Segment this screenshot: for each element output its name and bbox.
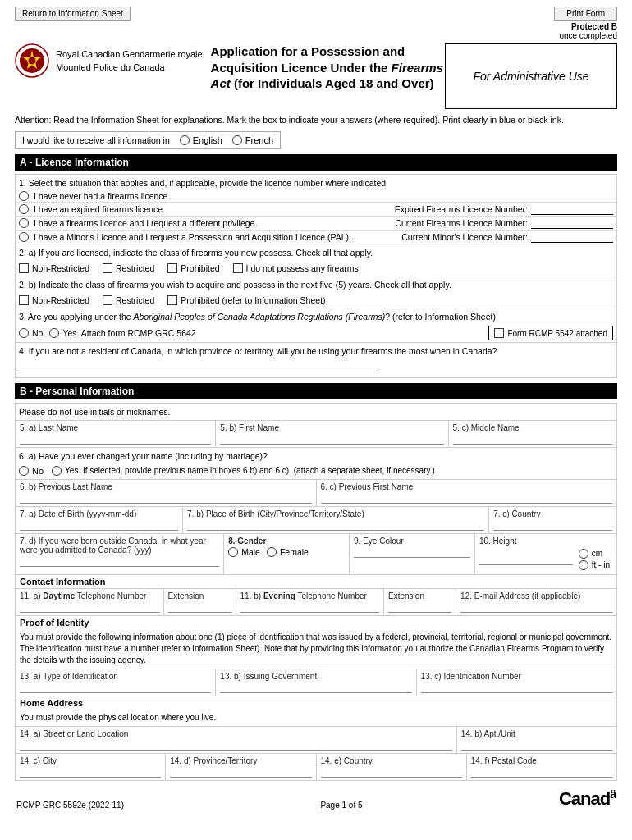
q9-input[interactable] [354, 546, 470, 558]
q14a-input[interactable] [20, 739, 452, 751]
q7d-input[interactable] [20, 555, 219, 567]
q2a-no-firearms[interactable]: I do not possess any firearms [233, 263, 359, 273]
q2b-restricted[interactable]: Restricted [103, 295, 154, 305]
current-label: Current Firearms Licence Number: [395, 218, 528, 228]
main-title: Application for a Possession and Acquisi… [211, 43, 445, 92]
q6-radio-yes[interactable] [52, 466, 62, 476]
q6b-input[interactable] [20, 492, 312, 504]
q11b-ext-input[interactable] [388, 601, 451, 613]
header-row: Royal Canadian Gendarmerie royale Mounte… [15, 43, 617, 109]
english-radio[interactable] [180, 135, 190, 145]
q11a-input[interactable] [20, 601, 159, 613]
q1-option1[interactable]: I have never had a firearms licence. [16, 190, 616, 202]
q3-attached-cb[interactable] [494, 328, 504, 338]
q3-yes-option[interactable]: Yes. Attach form RCMP GRC 5642 [49, 328, 195, 338]
current-input[interactable] [531, 217, 613, 229]
q2a-cb3[interactable] [167, 263, 177, 273]
q8-male[interactable]: Male [228, 547, 260, 557]
expired-label: Expired Firearms Licence Number: [395, 204, 528, 214]
q6c-cell: 6. c) Previous First Name [317, 480, 617, 506]
q7c-input[interactable] [493, 519, 612, 531]
q2a-text: 2. a) If you are licensed, indicate the … [16, 244, 616, 261]
q14b-input[interactable] [461, 739, 612, 751]
q2b-non-restricted[interactable]: Non-Restricted [19, 295, 89, 305]
expired-input[interactable] [531, 203, 613, 215]
q1-option2[interactable]: I have an expired firearms licence. Expi… [16, 202, 616, 216]
q3-text: 3. Are you applying under the Aboriginal… [16, 308, 616, 325]
q14d-input[interactable] [170, 766, 311, 778]
english-option[interactable]: English [180, 135, 222, 145]
q10-input[interactable] [479, 554, 573, 565]
q1-radio3[interactable] [19, 218, 29, 228]
q13c-input[interactable] [421, 682, 612, 693]
q1-text: 1. Select the situation that applies and… [16, 175, 616, 191]
q5a-input[interactable] [20, 433, 211, 445]
q13b-label: 13. b) Issuing Government [220, 672, 411, 681]
q1-radio1[interactable] [19, 191, 29, 201]
q14e-input[interactable] [321, 766, 462, 778]
q9-label: 9. Eye Colour [354, 536, 470, 546]
q6-no-option[interactable]: No [19, 466, 44, 476]
q1-radio4[interactable] [19, 232, 29, 242]
q10-radio-cm[interactable] [579, 549, 588, 559]
q6c-input[interactable] [321, 492, 613, 504]
q14c-input[interactable] [20, 766, 161, 778]
q8-female[interactable]: Female [267, 547, 309, 557]
print-button[interactable]: Print Form [554, 7, 617, 21]
q7b-input[interactable] [187, 519, 484, 531]
q11a-ext-label: Extension [168, 591, 231, 600]
q7c-label: 7. c) Country [493, 509, 612, 518]
section-a-header: A - Licence Information [15, 154, 617, 171]
q4-input[interactable] [19, 361, 375, 372]
q10-cell: 10. Height cm ft - in [475, 534, 616, 574]
q2b-prohibited[interactable]: Prohibited (refer to Information Sheet) [167, 295, 325, 305]
minors-input[interactable] [531, 231, 613, 243]
attention-text: Attention: Read the Information Sheet fo… [15, 114, 617, 126]
q10-cm[interactable]: cm [579, 549, 610, 559]
q11a-ext-input[interactable] [168, 601, 231, 613]
french-radio[interactable] [232, 135, 242, 145]
french-option[interactable]: French [232, 135, 273, 145]
q6-radio-no[interactable] [19, 466, 29, 476]
q10-ft-label: ft - in [592, 560, 610, 569]
q10-ft[interactable]: ft - in [579, 560, 610, 570]
q2a-non-restricted[interactable]: Non-Restricted [19, 263, 89, 273]
q1-option3[interactable]: I have a firearms licence and I request … [16, 216, 616, 230]
q8-radio-female[interactable] [267, 547, 277, 557]
q2a-label3: Prohibited [181, 263, 219, 273]
q2a-prohibited[interactable]: Prohibited [167, 263, 219, 273]
q2a-cb4[interactable] [233, 263, 243, 273]
q10-radio-ft[interactable] [579, 560, 588, 570]
q7d-q10-row: 7. d) If you were born outside Canada, i… [16, 533, 616, 574]
q13b-input[interactable] [220, 682, 411, 693]
page: Return to Information Sheet Print Form P… [0, 0, 632, 840]
q7a-input[interactable] [20, 519, 178, 531]
q11b-input[interactable] [240, 601, 380, 613]
q3-row: No Yes. Attach form RCMP GRC 5642 Form R… [16, 324, 616, 342]
q5c-input[interactable] [453, 433, 612, 445]
q12-input[interactable] [460, 601, 612, 613]
q3-radio-yes[interactable] [49, 328, 59, 338]
q2a-restricted[interactable]: Restricted [103, 263, 154, 273]
q13a-input[interactable] [20, 682, 211, 693]
q3-no-option[interactable]: No [19, 328, 43, 338]
once-completed: once completed [559, 31, 617, 40]
q2a-cb1[interactable] [19, 263, 29, 273]
q6-yes-option[interactable]: Yes. If selected, provide previous name … [52, 466, 613, 476]
q14f-input[interactable] [471, 766, 612, 778]
return-button[interactable]: Return to Information Sheet [15, 7, 131, 21]
q6b-cell: 6. b) Previous Last Name [16, 480, 317, 506]
footer: RCMP GRC 5592e (2022-11) Page 1 of 5 Can… [15, 788, 617, 810]
minors-field-row: Current Minor's Licence Number: [401, 231, 613, 243]
q5a-cell: 5. a) Last Name [16, 421, 216, 447]
q1-radio2[interactable] [19, 204, 29, 214]
q2b-cb3[interactable] [167, 295, 177, 305]
q3-radio-no[interactable] [19, 328, 29, 338]
q2a-cb2[interactable] [103, 263, 112, 273]
q8-cell: 8. Gender Male Female [224, 534, 350, 574]
q2b-cb1[interactable] [19, 295, 29, 305]
q1-option4[interactable]: I have a Minor's Licence and I request a… [16, 230, 616, 244]
q8-radio-male[interactable] [228, 547, 238, 557]
q2b-cb2[interactable] [103, 295, 112, 305]
q5b-input[interactable] [220, 433, 443, 445]
